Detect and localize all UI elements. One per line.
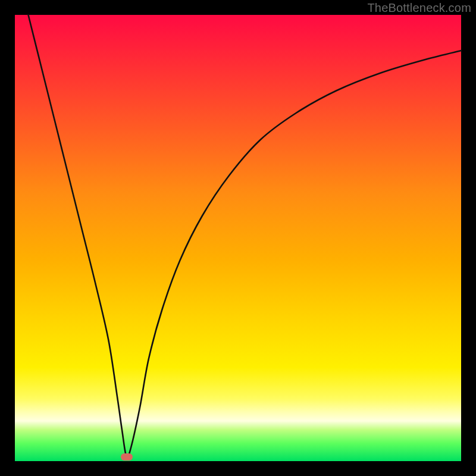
bottleneck-curve bbox=[15, 15, 461, 461]
plot-area bbox=[15, 15, 461, 461]
watermark-text: TheBottleneck.com bbox=[367, 1, 471, 15]
minimum-marker bbox=[121, 453, 133, 461]
chart-frame: TheBottleneck.com bbox=[0, 0, 476, 476]
